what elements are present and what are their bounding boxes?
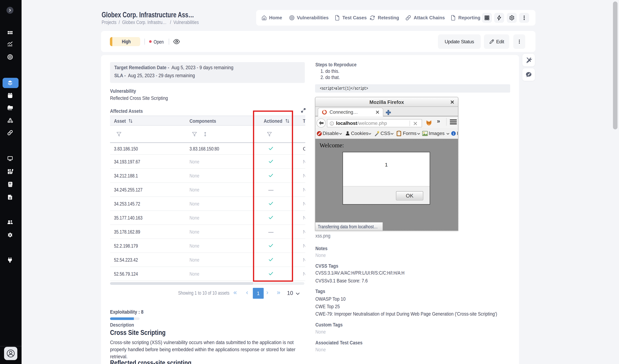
svg-text:i: i	[453, 132, 454, 135]
